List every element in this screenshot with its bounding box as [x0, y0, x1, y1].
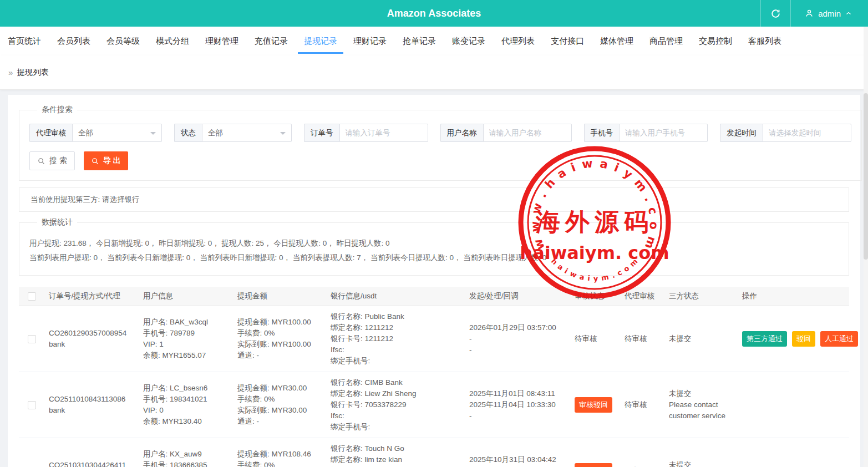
reject-button[interactable]: 驳回 — [792, 331, 815, 347]
amount-cell: 提现金额: MYR30.00手续费: 0%实际到账: MYR30.00通道: - — [232, 382, 325, 428]
agent-audit-select[interactable]: 全部 — [72, 124, 162, 142]
order-no-input[interactable] — [339, 124, 428, 142]
nav-tab-media-manage[interactable]: 媒体管理 — [600, 27, 633, 55]
column-header-8: 操作 — [737, 291, 849, 301]
filter-label: 手机号 — [584, 124, 620, 142]
export-button[interactable]: 导 出 — [84, 151, 128, 170]
stats-legend: 数据统计 — [37, 217, 77, 227]
nav-tab-recharge-records[interactable]: 充值记录 — [255, 27, 288, 55]
search-icon — [91, 157, 99, 165]
nav-tab-member-level[interactable]: 会员等级 — [106, 27, 140, 55]
search-button[interactable]: 搜 索 — [29, 151, 75, 170]
scrollbar-thumb[interactable] — [864, 93, 868, 260]
table-header: 订单号/提现方式/代理用户信息提现金额银行信息/usdt发起/处理/回调审核状态… — [19, 287, 849, 306]
agent-audit-cell: 待审核 — [619, 464, 663, 467]
start-time-input[interactable] — [763, 124, 851, 142]
table-body: CO2601290357008954bank用户名: BAK_w3cql手机号:… — [19, 306, 849, 467]
withdraw-list-card: 条件搜索 代理审核全部状态全部订单号用户名称手机号发起时间 搜 索 导 出 当前… — [8, 95, 860, 467]
nav-tab-trade-control[interactable]: 交易控制 — [699, 27, 732, 55]
nav-tab-product-manage[interactable]: 商品管理 — [649, 27, 683, 55]
phone-input[interactable] — [619, 124, 708, 142]
nav-tab-withdraw-records[interactable]: 提现记录 — [304, 27, 337, 55]
caret-down-icon — [280, 132, 286, 138]
username-input[interactable] — [483, 124, 572, 142]
audit-status-badge: 审核驳回 — [575, 463, 612, 467]
column-header-4: 发起/处理/回调 — [464, 291, 569, 301]
audit-status-badge: 审核驳回 — [575, 397, 612, 413]
search-button-label: 搜 索 — [49, 156, 67, 166]
filter-label: 用户名称 — [440, 124, 483, 142]
order-cell: CO2510310304426411bank — [43, 459, 138, 467]
nav-tab-mode-group[interactable]: 模式分组 — [156, 27, 189, 55]
refresh-button[interactable] — [760, 0, 791, 27]
stats-line-2: 当前列表用户提现: 0， 当前列表今日新增提现: 0， 当前列表昨日新增提现: … — [29, 251, 839, 265]
filter-phone: 手机号 — [584, 124, 708, 142]
third-party-status-cell: 未提交 — [663, 332, 737, 346]
selected-value: 全部 — [78, 128, 93, 138]
filter-order-no: 订单号 — [304, 124, 428, 142]
scrollbar-track[interactable] — [864, 27, 868, 467]
status-select[interactable]: 全部 — [202, 124, 292, 142]
audit-status-text: 待审核 — [575, 334, 597, 343]
filter-label: 代理审核 — [29, 124, 72, 142]
select-all-checkbox[interactable] — [28, 292, 36, 301]
agent-audit-cell: 待审核 — [619, 332, 663, 346]
agent-audit-text: 待审核 — [625, 400, 647, 409]
nav-tab-home-stats[interactable]: 首页统计 — [8, 27, 41, 55]
header-checkbox-cell — [19, 290, 43, 303]
nav-tab-member-list[interactable]: 会员列表 — [57, 27, 90, 55]
refresh-icon — [770, 8, 781, 19]
actions-cell: 第三方通过驳回人工通过 — [737, 330, 864, 348]
person-icon — [804, 8, 814, 18]
manual-pass-button[interactable]: 人工通过 — [820, 331, 858, 347]
row-checkbox[interactable] — [28, 401, 36, 409]
selected-value: 全部 — [208, 128, 223, 138]
filter-start-time: 发起时间 — [720, 124, 851, 142]
bank-info-cell: 银行名称: Public Bank绑定名称: 1211212银行卡号: 1211… — [325, 310, 464, 368]
nav-tab-cs-list[interactable]: 客服列表 — [748, 27, 781, 55]
column-header-0: 订单号/提现方式/代理 — [43, 291, 138, 301]
table-row: CO2510310304426411bank用户名: KX_auw9手机号: 1… — [19, 438, 849, 467]
user-menu[interactable]: admin — [791, 8, 868, 18]
nav-tab-agent-list[interactable]: 代理列表 — [501, 27, 535, 55]
nav-tab-balance-change-records[interactable]: 账变记录 — [452, 27, 485, 55]
order-cell: CO2511010843113086bank — [43, 393, 138, 417]
third-party-notice: 当前使用提现第三方: 请选择银行 — [19, 187, 849, 212]
nav-tab-finance-manage[interactable]: 理财管理 — [205, 27, 238, 55]
column-header-7: 三方状态 — [663, 291, 737, 301]
user-info-cell: 用户名: LC_bsesn6手机号: 198341021VIP: 0余额: MY… — [138, 382, 232, 428]
column-header-1: 用户信息 — [138, 291, 232, 301]
agent-audit-text: 待审核 — [625, 334, 647, 343]
topbar-right: admin — [760, 0, 868, 27]
app-title: Amazon Associates — [0, 8, 868, 19]
button-row: 搜 索 导 出 — [29, 151, 851, 170]
actions-cell — [737, 404, 849, 406]
caret-down-icon — [150, 132, 156, 138]
nav-tab-finance-records[interactable]: 理财记录 — [353, 27, 387, 55]
nav-tab-payment-api[interactable]: 支付接口 — [551, 27, 584, 55]
table-row: CO2511010843113086bank用户名: LC_bsesn6手机号:… — [19, 372, 849, 438]
user-info-cell: 用户名: BAK_w3cql手机号: 789789VIP: 1余额: MYR16… — [138, 316, 232, 362]
third-party-status-cell: 未提交Contact CS — [663, 459, 737, 467]
time-cell: 2026年01月29日 03:57:00-- — [464, 321, 569, 357]
breadcrumb: » 提现列表 — [0, 55, 868, 90]
column-header-5: 审核状态 — [569, 291, 619, 301]
table-row: CO2601290357008954bank用户名: BAK_w3cql手机号:… — [19, 306, 849, 372]
third-party-pass-button[interactable]: 第三方通过 — [742, 331, 787, 347]
row-checkbox[interactable] — [28, 335, 36, 343]
time-cell: 2025年10月31日 03:04:422025年10月31日 04:06:41… — [464, 453, 569, 467]
row-checkbox-cell — [19, 464, 43, 467]
search-icon — [37, 157, 45, 165]
filter-label: 订单号 — [304, 124, 339, 142]
nav-tab-grab-order-records[interactable]: 抢单记录 — [403, 27, 436, 55]
amount-cell: 提现金额: MYR100.00手续费: 0%实际到账: MYR100.00通道:… — [232, 316, 325, 362]
withdraw-table: 订单号/提现方式/代理用户信息提现金额银行信息/usdt发起/处理/回调审核状态… — [19, 287, 849, 467]
user-info-cell: 用户名: KX_auw9手机号: 183666385VIP: 0余额: MYR1… — [138, 448, 232, 467]
row-checkbox-cell — [19, 398, 43, 412]
filter-label: 状态 — [174, 124, 202, 142]
username-label: admin — [818, 9, 841, 18]
agent-audit-cell: 待审核 — [619, 398, 663, 412]
column-header-6: 代理审核 — [619, 291, 663, 301]
audit-status-cell: 审核驳回 — [569, 462, 619, 467]
audit-status-cell: 审核驳回 — [569, 396, 619, 414]
